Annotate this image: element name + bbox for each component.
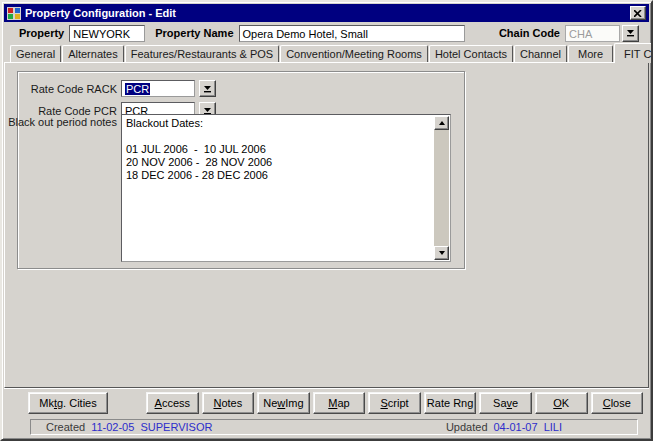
tab-alternates[interactable]: Alternates [62,45,124,62]
header-fields: Property NEWYORK Property Name Opera Dem… [2,23,651,43]
rate-code-rack-input[interactable]: PCR [121,80,195,97]
rate-code-rack-lov-button[interactable] [199,80,216,97]
close-button-bottom[interactable]: Close [591,392,644,414]
blackout-notes-text: Blackout Dates: 01 JUL 2006 - 10 JUL 200… [122,115,434,261]
status-bar: Created 11-02-05 SUPERVISOR Updated 04-0… [30,419,638,435]
dropdown-icon [203,85,212,93]
tab-convention-meeting-rooms[interactable]: Convention/Meeting Rooms [280,45,428,62]
new-img-button[interactable]: New Img [257,392,310,414]
fit-contracts-groupbox: Rate Code RACK PCR Rate Code PCR PCR Bla… [17,71,465,269]
property-input[interactable]: NEWYORK [69,25,145,42]
tab-more[interactable]: More [568,45,613,62]
chain-code-label: Chain Code [499,27,560,39]
tab-hotel-contacts[interactable]: Hotel Contacts [429,45,513,62]
property-configuration-window: Property Configuration - Edit Property N… [0,0,653,441]
blackout-notes-textarea[interactable]: Blackout Dates: 01 JUL 2006 - 10 JUL 200… [121,114,451,262]
access-button[interactable]: Access [146,392,199,414]
save-button[interactable]: Save [479,392,532,414]
fit-contracts-page: Rate Code RACK PCR Rate Code PCR PCR Bla… [4,62,649,388]
created-value: 11-02-05 SUPERVISOR [91,421,212,433]
window-title: Property Configuration - Edit [25,7,176,19]
app-icon [7,7,21,20]
scroll-up-icon [439,121,445,125]
blackout-notes-label: Black out period notes [8,116,117,128]
title-bar[interactable]: Property Configuration - Edit [4,4,649,22]
updated-info: Updated 04-01-07 LILI [446,421,562,433]
ok-button[interactable]: OK [535,392,588,414]
tab-channel[interactable]: Channel [514,45,567,62]
notes-button[interactable]: Notes [202,392,255,414]
property-name-input[interactable]: Opera Demo Hotel, Small [239,25,465,42]
scroll-down-button[interactable] [434,246,449,260]
close-button[interactable] [630,6,646,20]
scroll-up-button[interactable] [434,116,449,130]
tab-general[interactable]: General [10,45,61,62]
property-name-label: Property Name [155,27,233,39]
selected-text: PCR [125,83,150,95]
notes-scrollbar[interactable] [434,116,449,260]
chain-code-input: CHA [565,25,620,42]
tab-features-restaurants-pos[interactable]: Features/Restaurants & POS [125,45,279,62]
updated-value: 04-01-07 LILI [494,421,563,433]
scroll-down-icon [439,251,445,255]
script-button[interactable]: Script [368,392,421,414]
dropdown-icon [626,29,635,37]
rate-code-rack-label: Rate Code RACK [31,83,117,95]
property-label: Property [19,27,64,39]
mktg-cities-button[interactable]: Mktg. Cities [28,392,108,414]
created-info: Created 11-02-05 SUPERVISOR [46,421,212,433]
tab-fit-contracts[interactable]: FIT Contracts [614,43,653,63]
updated-label: Updated [446,421,488,433]
tab-bar: General Alternates Features/Restaurants … [10,42,653,62]
chain-code-lov-button[interactable] [622,25,639,42]
close-icon [634,10,642,17]
created-label: Created [46,421,85,433]
map-button[interactable]: Map [313,392,366,414]
rate-rng-button[interactable]: Rate Rng [424,392,477,414]
button-row: Access Notes New Img Map Script Rate Rng… [146,392,643,414]
